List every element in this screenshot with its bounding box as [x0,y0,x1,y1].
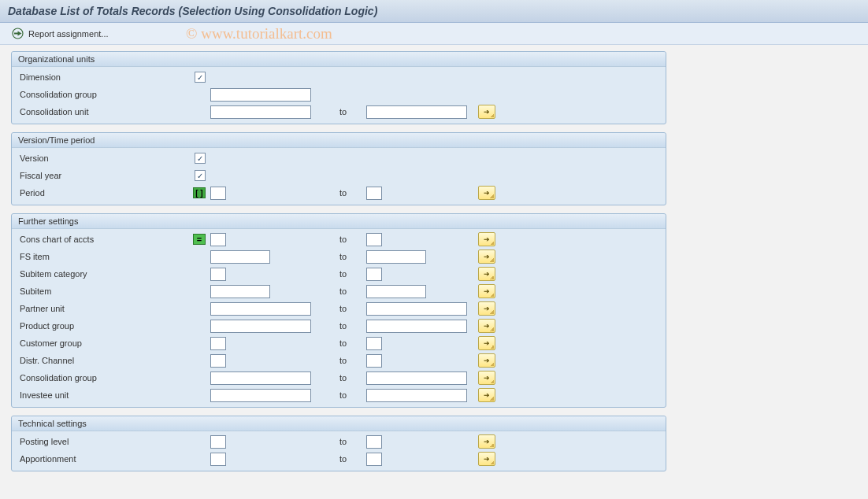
row-fiscal-year: Fiscal year ✓ [18,167,659,184]
multiple-selection-button[interactable] [478,105,495,119]
toolbar: Report assignment... [0,23,868,45]
multiple-selection-button[interactable] [478,186,495,200]
group-technical-settings: Technical settings Posting level to Appo… [11,416,666,471]
multiple-selection-button[interactable] [478,319,495,333]
apportionment-from-input[interactable] [210,453,226,466]
to-label: to [339,437,366,446]
to-label: to [339,454,366,464]
subitem-from-input[interactable] [210,285,270,298]
group-version-time: Version/Time period Version ✓ Fiscal yea… [11,132,666,205]
row-dimension: Dimension ✓ [18,68,659,86]
row-period: Period [ ] to [18,184,659,201]
row-investee-unit: Investee unit to [18,386,659,404]
check-icon[interactable]: ✓ [195,153,206,164]
row-product-group: Product group to [18,317,659,335]
equal-icon[interactable]: = [193,234,206,245]
group-header: Version/Time period [12,133,666,148]
svg-marker-1 [14,31,22,36]
label-dimension: Dimension [18,72,191,82]
label-consolidation-group: Consolidation group [18,373,191,383]
row-cons-chart: Cons chart of accts = to [18,231,659,248]
label-subitem-cat: Subitem category [18,269,191,279]
row-consolidation-unit: Consolidation unit to [18,103,659,120]
label-cons-chart: Cons chart of accts [18,235,191,244]
label-partner-unit: Partner unit [18,304,191,313]
row-subitem: Subitem to [18,283,659,300]
fs-item-to-input[interactable] [366,250,426,264]
group-header: Organizational units [12,52,666,67]
row-subitem-cat: Subitem category to [18,265,659,283]
multiple-selection-button[interactable] [478,267,495,281]
row-apportionment: Apportionment to [18,450,659,468]
row-partner-unit: Partner unit to [18,300,659,317]
partner-unit-to-input[interactable] [366,302,467,316]
multiple-selection-button[interactable] [478,301,495,316]
posting-level-to-input[interactable] [366,435,382,449]
to-label: to [339,235,366,244]
multiple-selection-button[interactable] [478,452,495,466]
label-distr-channel: Distr. Channel [18,356,191,365]
to-label: to [339,188,366,198]
distr-channel-to-input[interactable] [366,354,382,368]
title-bar: Database List of Totals Records (Selecti… [0,0,868,23]
distr-channel-from-input[interactable] [210,354,226,368]
period-to-input[interactable] [366,187,382,200]
product-group-to-input[interactable] [366,320,467,333]
multiple-selection-button[interactable] [478,353,495,368]
interval-icon[interactable]: [ ] [193,187,206,198]
partner-unit-from-input[interactable] [210,302,311,316]
row-posting-level: Posting level to [18,433,659,450]
customer-group-to-input[interactable] [366,337,382,350]
multiple-selection-button[interactable] [478,388,495,402]
group-header: Further settings [12,214,666,229]
group-further-settings: Further settings Cons chart of accts = t… [11,213,666,408]
execute-icon[interactable] [11,28,24,40]
subitem-to-input[interactable] [366,285,426,298]
period-from-input[interactable] [210,187,226,200]
label-apportionment: Apportionment [18,454,191,464]
check-icon[interactable]: ✓ [195,170,206,181]
label-version: Version [18,153,191,163]
subitem-cat-to-input[interactable] [366,268,382,281]
check-icon[interactable]: ✓ [195,72,206,83]
to-label: to [339,390,366,400]
cons-chart-to-input[interactable] [366,233,382,246]
subitem-cat-from-input[interactable] [210,268,226,281]
multiple-selection-button[interactable] [478,434,495,449]
posting-level-from-input[interactable] [210,435,226,449]
row-distr-channel: Distr. Channel to [18,352,659,369]
consolidation-group-to-input[interactable] [366,371,467,385]
product-group-from-input[interactable] [210,320,311,333]
row-fs-item: FS item to [18,248,659,265]
label-fs-item: FS item [18,252,191,261]
label-fiscal-year: Fiscal year [18,171,191,180]
label-investee-unit: Investee unit [18,390,191,400]
report-assignment-link[interactable]: Report assignment... [28,29,109,39]
to-label: to [339,356,366,365]
label-consolidation-unit: Consolidation unit [18,107,191,116]
to-label: to [339,107,366,116]
multiple-selection-button[interactable] [478,336,495,350]
multiple-selection-button[interactable] [478,232,495,246]
row-consolidation-group: Consolidation group [18,86,659,103]
consolidation-group-from-input[interactable] [210,371,311,385]
label-product-group: Product group [18,321,191,331]
content: Organizational units Dimension ✓ Consoli… [0,45,868,478]
consolidation-group-input[interactable] [210,88,311,102]
group-header: Technical settings [12,416,666,431]
label-consolidation-group: Consolidation group [18,90,191,99]
label-subitem: Subitem [18,286,191,296]
consolidation-unit-to-input[interactable] [366,105,467,119]
fs-item-from-input[interactable] [210,250,270,264]
investee-unit-to-input[interactable] [366,389,467,402]
customer-group-from-input[interactable] [210,337,226,350]
apportionment-to-input[interactable] [366,453,382,466]
multiple-selection-button[interactable] [478,250,495,264]
investee-unit-from-input[interactable] [210,389,311,402]
multiple-selection-button[interactable] [478,284,495,298]
cons-chart-from-input[interactable] [210,233,226,246]
consolidation-unit-from-input[interactable] [210,105,311,119]
to-label: to [339,286,366,296]
multiple-selection-button[interactable] [478,371,495,385]
to-label: to [339,304,366,313]
